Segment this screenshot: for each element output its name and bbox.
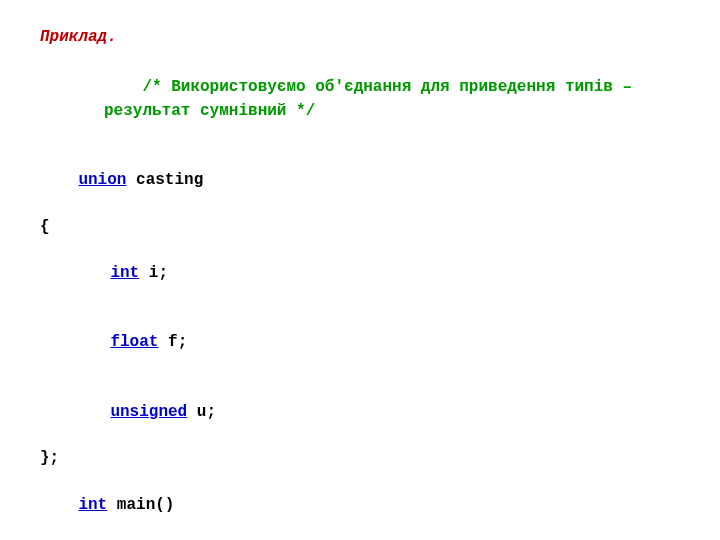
example-heading: Приклад. xyxy=(40,26,680,49)
keyword-int-main: int xyxy=(78,496,107,514)
member-float: float f; xyxy=(40,308,680,378)
close-brace-semi: }; xyxy=(40,447,680,470)
code-slide: Приклад. /* Використовуємо об'єднання дл… xyxy=(0,0,720,540)
union-decl-line: union casting xyxy=(40,146,680,216)
ident-casting: casting xyxy=(126,171,203,189)
keyword-int: int xyxy=(110,264,139,282)
member-int: int i; xyxy=(40,239,680,309)
keyword-unsigned: unsigned xyxy=(110,403,187,421)
comment-line-1: /* Використовуємо об'єднання для приведе… xyxy=(40,53,680,146)
code-comment: /* Використовуємо об'єднання для приведе… xyxy=(104,78,642,119)
member-unsigned: unsigned u; xyxy=(40,378,680,448)
main-decl: main() xyxy=(107,496,174,514)
member-u: u; xyxy=(187,403,216,421)
open-brace: { xyxy=(40,216,680,239)
main-decl-line: int main() xyxy=(40,471,680,540)
member-f: f; xyxy=(158,333,187,351)
member-i: i; xyxy=(139,264,168,282)
keyword-float: float xyxy=(110,333,158,351)
keyword-union: union xyxy=(78,171,126,189)
